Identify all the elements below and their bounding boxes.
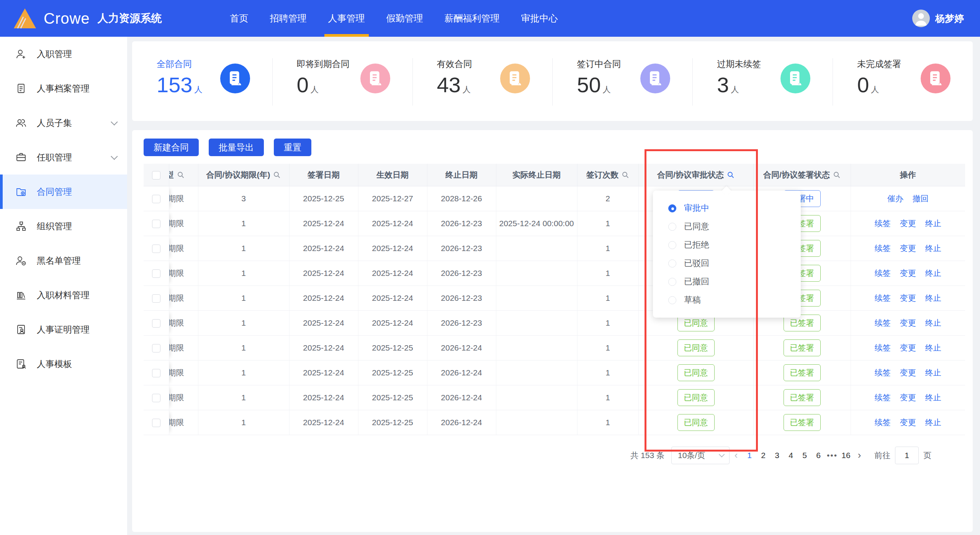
nav-approval-center[interactable]: 审批中心 — [510, 0, 569, 37]
search-icon[interactable] — [622, 171, 629, 179]
change-link[interactable]: 变更 — [900, 269, 916, 277]
nav-home[interactable]: 首页 — [219, 0, 259, 37]
filter-option-returned[interactable]: 已驳回 — [668, 254, 801, 272]
search-icon[interactable] — [833, 171, 841, 179]
sidebar-item-blacklist[interactable]: 黑名单管理 — [0, 243, 127, 278]
sidebar-item-personnel-files[interactable]: 人事档案管理 — [0, 71, 127, 106]
page-number-3[interactable]: 3 — [770, 451, 784, 460]
sidebar-item-personnel-subset[interactable]: 人员子集 — [0, 106, 127, 140]
sidebar-item-employment[interactable]: 任职管理 — [0, 140, 127, 175]
change-link[interactable]: 变更 — [900, 418, 916, 427]
renew-link[interactable]: 续签 — [875, 269, 891, 277]
withdraw-link[interactable]: 撤回 — [913, 194, 929, 203]
batch-export-button[interactable]: 批量导出 — [209, 139, 264, 156]
row-checkbox[interactable] — [152, 195, 160, 203]
col-sign-count[interactable]: 签订次数 — [577, 164, 638, 186]
change-link[interactable]: 变更 — [900, 294, 916, 302]
filter-option-agreed[interactable]: 已同意 — [668, 217, 801, 236]
nav-compensation[interactable]: 薪酬福利管理 — [434, 0, 510, 37]
nav-attendance[interactable]: 假勤管理 — [376, 0, 434, 37]
sidebar-item-organization[interactable]: 组织管理 — [0, 209, 127, 243]
table-row: 期限 1 2025-12-24 2025-12-25 2026-12-24 1 … — [144, 410, 965, 435]
radio-icon[interactable] — [668, 278, 676, 286]
row-checkbox[interactable] — [152, 245, 160, 253]
page-number-6[interactable]: 6 — [811, 451, 825, 460]
sidebar-item-personnel-certificates[interactable]: 人事证明管理 — [0, 312, 127, 347]
prev-page-button[interactable]: ‹ — [730, 449, 743, 461]
change-link[interactable]: 变更 — [900, 368, 916, 377]
terminate-link[interactable]: 终止 — [925, 294, 941, 302]
pages-ellipsis[interactable]: ••• — [825, 451, 839, 460]
radio-icon[interactable] — [668, 241, 676, 249]
page-size-select[interactable]: 10条/页 — [671, 447, 730, 464]
template-icon — [15, 358, 27, 370]
next-page-button[interactable]: › — [853, 449, 866, 461]
page-number-16[interactable]: 16 — [839, 451, 853, 460]
page-number-2[interactable]: 2 — [756, 451, 770, 460]
change-link[interactable]: 变更 — [900, 343, 916, 352]
change-link[interactable]: 变更 — [900, 393, 916, 402]
terminate-link[interactable]: 终止 — [925, 269, 941, 277]
change-link[interactable]: 变更 — [900, 219, 916, 228]
row-checkbox[interactable] — [152, 319, 160, 328]
terminate-link[interactable]: 终止 — [925, 368, 941, 377]
row-checkbox[interactable] — [152, 419, 160, 427]
col-signing-status[interactable]: 合同/协议签署状态 — [753, 164, 851, 186]
search-icon[interactable] — [177, 171, 185, 179]
page-number-1[interactable]: 1 — [743, 451, 756, 460]
filter-option-withdrawn[interactable]: 已撤回 — [668, 272, 801, 291]
org-chart-icon — [15, 220, 27, 232]
col-contract-term[interactable]: 合同/协议期限(年) — [198, 164, 289, 186]
filter-option-draft[interactable]: 草稿 — [668, 291, 801, 309]
nav-personnel[interactable]: 人事管理 — [317, 0, 376, 37]
search-icon[interactable] — [273, 171, 281, 179]
table-row: 期限 1 2025-12-24 2025-12-24 2026-12-23 1 … — [144, 285, 965, 310]
terminate-link[interactable]: 终止 — [925, 393, 941, 402]
page-number-5[interactable]: 5 — [798, 451, 811, 460]
reset-button[interactable]: 重置 — [274, 139, 311, 156]
filter-option-rejected[interactable]: 已拒绝 — [668, 236, 801, 254]
terminate-link[interactable]: 终止 — [925, 343, 941, 352]
urge-link[interactable]: 催办 — [887, 194, 903, 203]
stat-value: 153 — [157, 73, 192, 97]
sidebar-item-contract-management[interactable]: 合同管理 — [0, 175, 127, 209]
radio-icon[interactable] — [668, 223, 676, 231]
renew-link[interactable]: 续签 — [875, 393, 891, 402]
terminate-link[interactable]: 终止 — [925, 244, 941, 253]
change-link[interactable]: 变更 — [900, 244, 916, 253]
filter-option-approving[interactable]: 审批中 — [668, 199, 801, 217]
renew-link[interactable]: 续签 — [875, 343, 891, 352]
nav-recruitment[interactable]: 招聘管理 — [259, 0, 317, 37]
radio-checked-icon[interactable] — [668, 204, 676, 212]
renew-link[interactable]: 续签 — [875, 418, 891, 427]
col-contract-type[interactable]: 型 — [169, 164, 198, 186]
sidebar-item-onboarding[interactable]: 入职管理 — [0, 37, 127, 71]
terminate-link[interactable]: 终止 — [925, 418, 941, 427]
col-approval-status[interactable]: 合同/协议审批状态 — [638, 164, 753, 186]
sidebar-item-onboarding-materials[interactable]: 入职材料管理 — [0, 278, 127, 312]
select-all-checkbox[interactable] — [152, 171, 160, 179]
radio-icon[interactable] — [668, 296, 676, 304]
page-number-4[interactable]: 4 — [784, 451, 798, 460]
radio-icon[interactable] — [668, 259, 676, 268]
goto-page-input[interactable] — [895, 447, 919, 464]
change-link[interactable]: 变更 — [900, 318, 916, 327]
renew-link[interactable]: 续签 — [875, 368, 891, 377]
row-checkbox[interactable] — [152, 344, 160, 352]
sidebar-item-personnel-templates[interactable]: 人事模板 — [0, 347, 127, 381]
renew-link[interactable]: 续签 — [875, 244, 891, 253]
new-contract-button[interactable]: 新建合同 — [144, 139, 199, 156]
renew-link[interactable]: 续签 — [875, 219, 891, 228]
row-checkbox[interactable] — [152, 220, 160, 228]
user-box[interactable]: 杨梦婷 — [912, 10, 980, 27]
search-icon-active[interactable] — [727, 171, 735, 179]
row-checkbox[interactable] — [152, 294, 160, 303]
renew-link[interactable]: 续签 — [875, 294, 891, 302]
row-checkbox[interactable] — [152, 269, 160, 278]
stat-value: 0 — [297, 73, 309, 97]
terminate-link[interactable]: 终止 — [925, 318, 941, 327]
renew-link[interactable]: 续签 — [875, 318, 891, 327]
row-checkbox[interactable] — [152, 394, 160, 402]
terminate-link[interactable]: 终止 — [925, 219, 941, 228]
row-checkbox[interactable] — [152, 369, 160, 377]
